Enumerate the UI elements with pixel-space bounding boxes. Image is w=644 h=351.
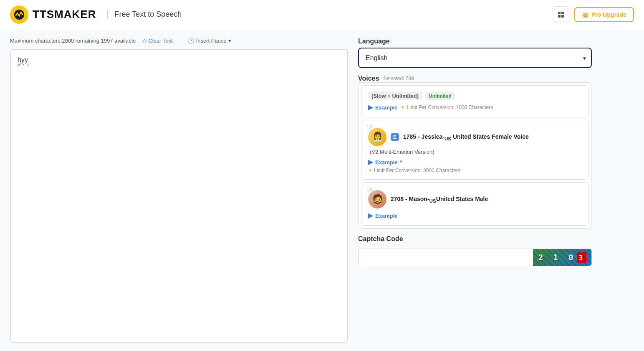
diamond-icon: ◇: [142, 38, 146, 44]
partial-example-row: ▶ Example ✦ Limit Per Conversion: 1000 C…: [368, 104, 582, 111]
voice-example-row-12: ▶ Example ^: [368, 158, 582, 166]
voice-card-partial-top: (Slow + Unlimited) Unlimited ▶ Example ✦…: [361, 85, 589, 117]
star-icon: ✦: [401, 104, 405, 110]
captcha-input-row: 2 1 0 3: [358, 249, 592, 266]
captcha-image: 2 1 0 3: [533, 249, 591, 266]
voice-card-number: 12: [366, 125, 372, 130]
limit-info-partial: ✦ Limit Per Conversion: 1000 Characters: [401, 104, 493, 110]
clock-icon: 🕐: [188, 38, 194, 44]
svg-rect-2: [561, 12, 564, 14]
language-label: Language: [358, 38, 592, 45]
voice-card-12[interactable]: 12 👩‍💼 E 1785 - Jessica-US United States…: [361, 120, 589, 180]
header-subtitle: Free Text to Speech: [107, 10, 182, 19]
play-icon: ▶: [368, 212, 373, 219]
chevron-down-icon: ▾: [228, 38, 231, 44]
right-panel: Language English Spanish French German C…: [358, 38, 592, 343]
logo-area: TTSMAKER Free Text to Speech: [10, 5, 182, 24]
example-button-13[interactable]: ▶ Example: [368, 212, 397, 219]
svg-rect-3: [558, 15, 561, 18]
unlimited-badge: Unlimited: [425, 92, 455, 100]
star-icon: ✦: [368, 168, 372, 173]
toolbar: Maximum characters 2000 remaining 1997 a…: [10, 38, 348, 44]
language-select-wrapper: English Spanish French German Chinese Ja…: [358, 48, 592, 68]
captcha-label: Captcha Code: [358, 235, 592, 243]
crown-icon: 👑: [582, 11, 589, 18]
main-content: Maximum characters 2000 remaining 1997 a…: [0, 29, 644, 351]
voice-card-top: 👩‍💼 E 1785 - Jessica-US United States Fe…: [368, 128, 582, 146]
pro-upgrade-button[interactable]: 👑 Pro Upgrade: [574, 7, 634, 22]
left-panel: Maximum characters 2000 remaining 1997 a…: [10, 38, 348, 343]
language-section: Language English Spanish French German C…: [358, 38, 592, 68]
logo-text: TTSMAKER: [33, 8, 96, 21]
voice-name-jessica: 1785 - Jessica-US United States Female V…: [403, 133, 529, 141]
insert-pause-button[interactable]: 🕐 Insert Pause ▾: [188, 38, 231, 44]
play-icon: ▶: [368, 158, 373, 166]
svg-rect-1: [558, 12, 561, 14]
language-select[interactable]: English Spanish French German Chinese Ja…: [358, 48, 592, 68]
text-area-wrapper: hyy: [10, 49, 348, 343]
voices-list[interactable]: (Slow + Unlimited) Unlimited ▶ Example ✦…: [358, 82, 592, 229]
slow-unlimited-badge: (Slow + Unlimited): [368, 92, 422, 100]
voices-selected-count: Selected: 788: [383, 76, 414, 81]
typed-text: hyy: [18, 56, 341, 64]
app-header: TTSMAKER Free Text to Speech 👑 Pro Upgra…: [0, 0, 644, 29]
voice-example-row-13: ▶ Example: [368, 212, 582, 219]
voice-avatar-mason: 🧔: [368, 190, 386, 209]
captcha-input[interactable]: [359, 249, 533, 266]
example-button-12[interactable]: ▶ Example ^: [368, 158, 402, 166]
voice-card-number-13: 13: [366, 187, 372, 193]
svg-rect-4: [561, 15, 564, 18]
voices-label: Voices: [358, 75, 379, 82]
char-info: Maximum characters 2000 remaining 1997 a…: [10, 38, 136, 44]
example-button-partial[interactable]: ▶ Example: [368, 104, 397, 111]
limit-info-12: ✦ Limit Per Conversion: 3000 Characters: [368, 168, 582, 173]
voice-subtitle: (V2 Multi-Emotion Version): [368, 149, 582, 155]
text-content: hyy: [18, 56, 28, 64]
voice-name-mason: 2708 - Mason-USUnited States Male: [391, 196, 488, 203]
voice-badge-e: E: [391, 133, 399, 141]
user-icon-button[interactable]: [553, 6, 569, 23]
header-right: 👑 Pro Upgrade: [553, 6, 634, 23]
voices-header: Voices Selected: 788: [358, 75, 592, 82]
voice-card-13[interactable]: 13 🧔 2708 - Mason-USUnited States Male ▶…: [361, 182, 589, 226]
partial-card-row: (Slow + Unlimited) Unlimited: [368, 92, 582, 100]
play-icon: ▶: [368, 104, 373, 111]
voice-avatar-jessica: 👩‍💼: [368, 128, 386, 146]
captcha-section: Captcha Code 2 1 0 3: [358, 235, 592, 266]
voice-card-top-13: 🧔 2708 - Mason-USUnited States Male: [368, 190, 582, 209]
caret-up-icon: ^: [399, 160, 402, 165]
voices-section: Voices Selected: 788 (Slow + Unlimited) …: [358, 75, 592, 229]
clear-text-button[interactable]: ◇ Clear Text: [142, 38, 172, 44]
logo-icon: [10, 5, 28, 24]
